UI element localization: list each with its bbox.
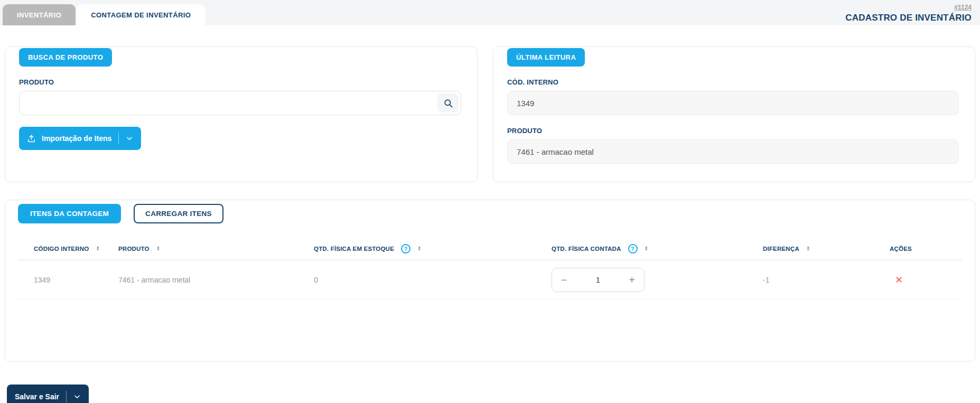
button-divider	[66, 391, 67, 402]
column-label: QTD. FÍSICA EM ESTOQUE	[314, 246, 394, 252]
internal-code-value-field: 1349	[507, 91, 959, 115]
product-search-badge: BUSCA DE PRODUTO	[19, 48, 112, 67]
main-content: BUSCA DE PRODUTO PRODUTO	[0, 46, 980, 403]
help-icon[interactable]: ?	[401, 244, 410, 254]
last-reading-panel: ÚLTIMA LEITURA CÓD. INTERNO 1349 PRODUTO…	[493, 46, 975, 182]
footer: Salvar e Sair	[5, 385, 975, 403]
product-search-panel: BUSCA DE PRODUTO PRODUTO	[5, 46, 478, 182]
column-header-qtd-fisica-contada: QTD. FÍSICA CONTADA ? ▲▼	[536, 244, 747, 254]
column-label: DIFERENÇA	[763, 246, 799, 252]
cell-produto: 7461 - armacao metal	[102, 276, 298, 284]
column-label: AÇÕES	[890, 246, 912, 252]
button-divider	[118, 133, 119, 144]
items-button-row: ITENS DA CONTAGEM CARREGAR ITENS	[18, 204, 962, 223]
last-reading-badge: ÚLTIMA LEITURA	[507, 48, 585, 67]
product-search-input[interactable]	[19, 91, 461, 115]
column-label: CÓDIGO INTERNO	[34, 246, 89, 252]
sort-icon[interactable]: ▲▼	[96, 246, 100, 251]
save-and-exit-label: Salvar e Sair	[15, 392, 59, 401]
top-panels-row: BUSCA DE PRODUTO PRODUTO	[5, 46, 975, 182]
minus-icon[interactable]: −	[561, 275, 567, 285]
cell-qtd-fisica-contada: − 1 +	[536, 268, 747, 292]
sort-icon[interactable]: ▲▼	[645, 246, 649, 251]
cell-acoes: ✕	[874, 274, 962, 286]
cell-diferenca: -1	[747, 276, 874, 284]
last-product-label: PRODUTO	[507, 127, 959, 135]
tab-inventario[interactable]: INVENTÁRIO	[3, 4, 76, 25]
table-header-row: CÓDIGO INTERNO ▲▼ PRODUTO ▲▼ QTD. FÍSICA…	[18, 237, 962, 260]
sort-icon[interactable]: ▲▼	[417, 246, 422, 251]
quantity-value[interactable]: 1	[596, 275, 600, 284]
column-label: PRODUTO	[118, 246, 150, 252]
column-header-diferenca: DIFERENÇA ▲▼	[747, 246, 874, 252]
help-icon[interactable]: ?	[628, 244, 638, 254]
sort-icon[interactable]: ▲▼	[806, 246, 810, 251]
import-items-label: Importação de Itens	[42, 134, 111, 143]
import-items-button[interactable]: Importação de Itens	[19, 127, 141, 150]
column-header-produto: PRODUTO ▲▼	[102, 246, 298, 252]
record-id-link[interactable]: #1124	[954, 4, 972, 11]
chevron-down-icon[interactable]	[126, 135, 133, 142]
search-button[interactable]	[437, 93, 459, 113]
tab-bar: INVENTÁRIO CONTAGEM DE INVENTÁRIO	[3, 4, 205, 25]
plus-icon[interactable]: +	[629, 275, 635, 285]
product-label: PRODUTO	[19, 78, 461, 86]
chevron-down-icon[interactable]	[73, 393, 81, 400]
column-label: QTD. FÍSICA CONTADA	[552, 246, 621, 252]
load-items-button[interactable]: CARREGAR ITENS	[134, 204, 223, 223]
column-header-acoes: AÇÕES	[874, 246, 962, 252]
internal-code-label: CÓD. INTERNO	[507, 78, 959, 86]
cell-qtd-fisica-estoque: 0	[298, 276, 536, 284]
upload-icon	[27, 134, 36, 143]
last-product-value-field: 7461 - armacao metal	[507, 139, 959, 164]
sort-icon[interactable]: ▲▼	[156, 246, 161, 251]
cell-codigo-interno: 1349	[18, 276, 102, 284]
quantity-stepper[interactable]: − 1 +	[552, 268, 645, 292]
count-items-tab-button[interactable]: ITENS DA CONTAGEM	[18, 204, 121, 223]
tab-strip: INVENTÁRIO CONTAGEM DE INVENTÁRIO #1124 …	[0, 0, 980, 25]
save-and-exit-button[interactable]: Salvar e Sair	[7, 385, 89, 403]
page-header: #1124 CADASTRO DE INVENTÁRIO	[845, 2, 972, 23]
product-search-field	[19, 91, 461, 115]
search-icon	[443, 98, 453, 108]
count-items-panel: ITENS DA CONTAGEM CARREGAR ITENS CÓDIGO …	[5, 200, 975, 362]
tab-contagem-de-inventario[interactable]: CONTAGEM DE INVENTÁRIO	[77, 4, 205, 25]
page-title: CADASTRO DE INVENTÁRIO	[845, 13, 972, 23]
column-header-codigo-interno: CÓDIGO INTERNO ▲▼	[18, 246, 102, 252]
items-table: CÓDIGO INTERNO ▲▼ PRODUTO ▲▼ QTD. FÍSICA…	[18, 237, 962, 299]
delete-row-icon[interactable]: ✕	[895, 274, 903, 286]
column-header-qtd-fisica-estoque: QTD. FÍSICA EM ESTOQUE ? ▲▼	[298, 244, 536, 254]
table-row: 1349 7461 - armacao metal 0 − 1 + -1 ✕	[18, 260, 962, 299]
